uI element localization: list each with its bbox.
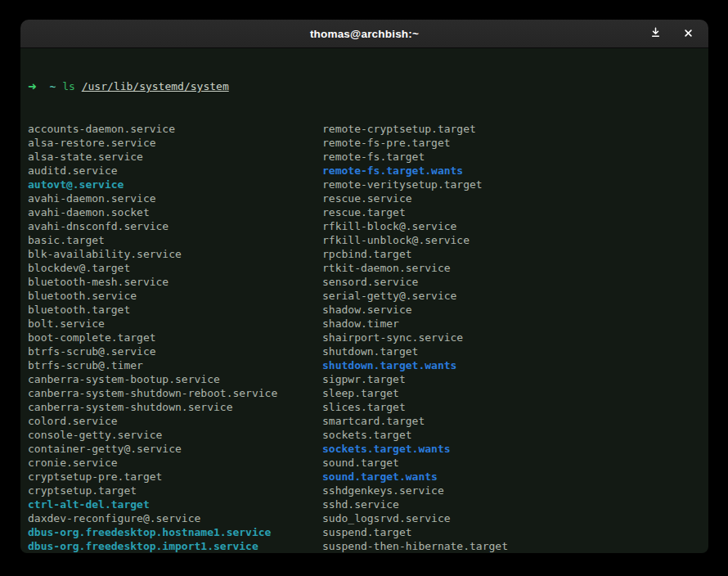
file-row: console-getty.servicesockets.target xyxy=(28,428,708,442)
file-entry: rfkill-block@.service xyxy=(322,219,708,233)
prompt-line: ➜ ~ ls /usr/lib/systemd/system xyxy=(28,79,708,93)
file-row: accounts-daemon.serviceremote-cryptsetup… xyxy=(28,122,708,136)
file-entry: shadow.service xyxy=(322,303,708,317)
close-icon xyxy=(683,26,694,42)
prompt-arrow: ➜ xyxy=(28,80,37,92)
file-entry: alsa-restore.service xyxy=(28,136,322,150)
file-entry: remote-cryptsetup.target xyxy=(322,122,708,136)
file-entry: daxdev-reconfigure@.service xyxy=(28,511,322,525)
file-entry: sshdgenkeys.service xyxy=(322,484,708,497)
file-entry: rtkit-daemon.service xyxy=(322,261,708,275)
file-entry: sshd.service xyxy=(322,497,708,511)
file-row: autovt@.serviceremote-veritysetup.target xyxy=(28,178,708,191)
file-entry: bluetooth.service xyxy=(28,289,322,303)
file-row: bluetooth-mesh.servicesensord.service xyxy=(28,275,708,289)
file-row: blk-availability.servicerpcbind.target xyxy=(28,247,708,261)
file-row: btrfs-scrub@.serviceshutdown.target xyxy=(28,344,708,358)
file-entry: blk-availability.service xyxy=(28,247,322,261)
file-entry: shutdown.target.wants xyxy=(322,358,708,372)
file-entry: sound.target.wants xyxy=(322,470,708,484)
file-entry: cryptsetup-pre.target xyxy=(28,470,322,484)
file-entry: shadow.timer xyxy=(322,317,708,331)
window-title: thomas@archbish:~ xyxy=(310,28,419,40)
file-entry: slices.target xyxy=(322,400,708,414)
file-entry: basic.target xyxy=(28,233,322,247)
file-entry: blockdev@.target xyxy=(28,261,322,275)
file-row: alsa-state.serviceremote-fs.target xyxy=(28,150,708,164)
file-row: auditd.serviceremote-fs.target.wants xyxy=(28,164,708,178)
terminal-output[interactable]: ➜ ~ ls /usr/lib/systemd/system accounts-… xyxy=(20,48,708,553)
close-button[interactable] xyxy=(679,25,697,43)
file-entry: btrfs-scrub@.timer xyxy=(28,358,322,372)
file-entry: canberra-system-shutdown-reboot.service xyxy=(28,386,322,400)
file-row: cronie.servicesound.target xyxy=(28,456,708,470)
file-entry: suspend.target xyxy=(322,525,708,539)
file-row: bolt.serviceshadow.timer xyxy=(28,317,708,331)
file-entry: sleep.target xyxy=(322,386,708,400)
file-entry: rescue.service xyxy=(322,191,708,205)
file-entry: container-getty@.service xyxy=(28,442,322,456)
file-entry: ctrl-alt-del.target xyxy=(28,497,322,511)
file-row: ctrl-alt-del.targetsshd.service xyxy=(28,497,708,511)
file-row: bluetooth.serviceserial-getty@.service xyxy=(28,289,708,303)
file-row: avahi-daemon.servicerescue.service xyxy=(28,191,708,205)
file-listing: accounts-daemon.serviceremote-cryptsetup… xyxy=(28,122,708,553)
file-entry: accounts-daemon.service xyxy=(28,122,322,136)
file-entry: autovt@.service xyxy=(28,178,322,191)
file-row: boot-complete.targetshairport-sync.servi… xyxy=(28,331,708,344)
file-entry: rfkill-unblock@.service xyxy=(322,233,708,247)
file-entry: sensord.service xyxy=(322,275,708,289)
file-row: daxdev-reconfigure@.servicesudo_logsrvd.… xyxy=(28,511,708,525)
file-row: avahi-dnsconfd.servicerfkill-block@.serv… xyxy=(28,219,708,233)
file-entry: avahi-dnsconfd.service xyxy=(28,219,322,233)
file-entry: dbus-org.freedesktop.import1.service xyxy=(28,539,322,553)
file-entry: sigpwr.target xyxy=(322,372,708,386)
file-row: dbus-org.freedesktop.hostname1.servicesu… xyxy=(28,525,708,539)
file-entry: canberra-system-bootup.service xyxy=(28,372,322,386)
file-row: alsa-restore.serviceremote-fs-pre.target xyxy=(28,136,708,150)
file-row: colord.servicesmartcard.target xyxy=(28,414,708,428)
file-entry: rescue.target xyxy=(322,205,708,219)
file-entry: bolt.service xyxy=(28,317,322,331)
file-entry: shutdown.target xyxy=(322,344,708,358)
file-entry: sockets.target.wants xyxy=(322,442,708,456)
file-row: basic.targetrfkill-unblock@.service xyxy=(28,233,708,247)
file-entry: shairport-sync.service xyxy=(322,331,708,344)
file-entry: auditd.service xyxy=(28,164,322,178)
file-entry: console-getty.service xyxy=(28,428,322,442)
file-entry: btrfs-scrub@.service xyxy=(28,344,322,358)
file-row: cryptsetup.targetsshdgenkeys.service xyxy=(28,484,708,497)
download-button[interactable] xyxy=(646,25,664,43)
file-entry: cryptsetup.target xyxy=(28,484,322,497)
file-row: container-getty@.servicesockets.target.w… xyxy=(28,442,708,456)
file-entry: serial-getty@.service xyxy=(322,289,708,303)
file-entry: sockets.target xyxy=(322,428,708,442)
prompt-argument: /usr/lib/systemd/system xyxy=(82,80,229,92)
download-icon xyxy=(649,26,662,42)
file-entry: bluetooth-mesh.service xyxy=(28,275,322,289)
titlebar-buttons xyxy=(646,20,697,47)
file-entry: remote-veritysetup.target xyxy=(322,178,708,191)
file-entry: bluetooth.target xyxy=(28,303,322,317)
file-row: avahi-daemon.socketrescue.target xyxy=(28,205,708,219)
file-entry: alsa-state.service xyxy=(28,150,322,164)
file-row: bluetooth.targetshadow.service xyxy=(28,303,708,317)
file-entry: canberra-system-shutdown.service xyxy=(28,400,322,414)
file-entry: remote-fs.target xyxy=(322,150,708,164)
file-row: cryptsetup-pre.targetsound.target.wants xyxy=(28,470,708,484)
file-row: dbus-org.freedesktop.import1.servicesusp… xyxy=(28,539,708,553)
file-row: canberra-system-shutdown-reboot.services… xyxy=(28,386,708,400)
prompt-command: ls xyxy=(62,80,75,92)
file-entry: boot-complete.target xyxy=(28,331,322,344)
file-row: canberra-system-bootup.servicesigpwr.tar… xyxy=(28,372,708,386)
file-entry: remote-fs-pre.target xyxy=(322,136,708,150)
file-entry: avahi-daemon.service xyxy=(28,191,322,205)
file-row: btrfs-scrub@.timershutdown.target.wants xyxy=(28,358,708,372)
file-entry: sudo_logsrvd.service xyxy=(322,511,708,525)
file-entry: cronie.service xyxy=(28,456,322,470)
file-entry: rpcbind.target xyxy=(322,247,708,261)
file-row: canberra-system-shutdown.serviceslices.t… xyxy=(28,400,708,414)
titlebar[interactable]: thomas@archbish:~ xyxy=(20,20,708,48)
file-entry: sound.target xyxy=(322,456,708,470)
terminal-window: thomas@archbish:~ ➜ ~ ls /usr/l xyxy=(20,20,708,553)
